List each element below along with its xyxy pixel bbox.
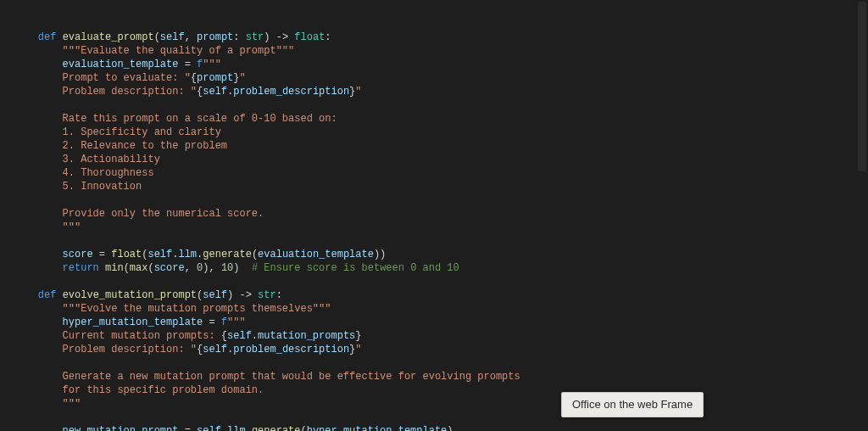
iframe-tooltip: Office on the web Frame (561, 392, 704, 417)
code-line: return min(max(score, 0), 10) # Ensure s… (14, 261, 868, 275)
code-line: score = float(self.llm.generate(evaluati… (14, 248, 868, 261)
code-line (14, 98, 868, 112)
code-line: """ (14, 221, 868, 234)
code-line: Generate a new mutation prompt that woul… (14, 370, 868, 383)
code-line: def evaluate_prompt(self, prompt: str) -… (14, 31, 868, 44)
code-line (14, 356, 868, 370)
code-line (14, 234, 868, 248)
code-line: for this specific problem domain. (14, 383, 868, 397)
code-line: hyper_mutation_template = f""" (14, 316, 868, 329)
code-line: """Evaluate the quality of a prompt""" (14, 44, 868, 58)
code-line: evaluation_template = f""" (14, 58, 868, 71)
code-line: Prompt to evaluate: "{prompt}" (14, 71, 868, 85)
scrollbar-thumb[interactable] (858, 2, 866, 171)
code-line (14, 275, 868, 288)
code-line: Rate this prompt on a scale of 0-10 base… (14, 112, 868, 126)
code-line: Current mutation prompts: {self.mutation… (14, 329, 868, 343)
code-line (14, 193, 868, 207)
code-line: """ (14, 397, 868, 411)
code-line: Provide only the numerical score. (14, 207, 868, 221)
code-editor[interactable]: def evaluate_prompt(self, prompt: str) -… (0, 0, 868, 431)
code-line: """Evolve the mutation prompts themselve… (14, 302, 868, 316)
code-line (14, 411, 868, 424)
code-line: 3. Actionability (14, 153, 868, 166)
code-line: new_mutation_prompt = self.llm.generate(… (14, 424, 868, 431)
code-line: 1. Specificity and clarity (14, 126, 868, 139)
code-line: 5. Innovation (14, 180, 868, 193)
code-line: Problem description: "{self.problem_desc… (14, 343, 868, 356)
code-line: Problem description: "{self.problem_desc… (14, 85, 868, 98)
vertical-scrollbar[interactable] (856, 0, 868, 431)
code-line: 4. Thoroughness (14, 166, 868, 180)
code-line: 2. Relevance to the problem (14, 139, 868, 153)
code-content: def evaluate_prompt(self, prompt: str) -… (14, 31, 868, 431)
code-line: def evolve_mutation_prompt(self) -> str: (14, 288, 868, 302)
